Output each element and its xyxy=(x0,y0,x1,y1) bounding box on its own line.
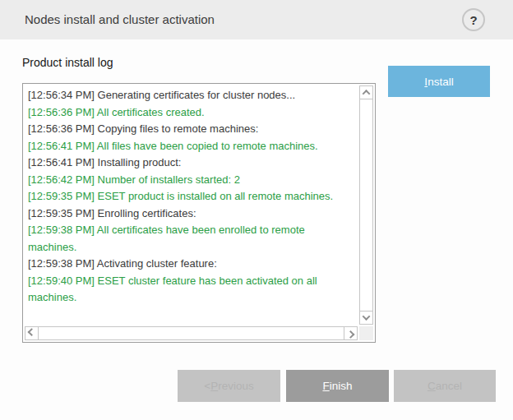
page-title: Nodes install and cluster activation xyxy=(25,0,215,39)
horizontal-scrollbar[interactable] xyxy=(25,326,358,340)
log-entry: [12:56:34 PM] Generating certificates fo… xyxy=(28,87,356,104)
scroll-down-button[interactable] xyxy=(359,311,373,325)
finish-button[interactable]: Finish xyxy=(286,370,389,402)
scroll-up-button[interactable] xyxy=(359,85,373,99)
log-entry: [12:59:35 PM] ESET product is installed … xyxy=(28,188,356,205)
wizard-dialog: Nodes install and cluster activation ? P… xyxy=(0,0,513,420)
log-entry: [12:56:41 PM] All files have been copied… xyxy=(28,138,356,155)
chevron-down-icon xyxy=(363,312,371,321)
log-entry: [12:59:38 PM] All certificates have been… xyxy=(28,222,356,256)
scrollbar-corner xyxy=(359,326,373,340)
install-button[interactable]: Install xyxy=(388,66,490,97)
previous-button[interactable]: < Previous xyxy=(178,370,280,402)
log-entry: [12:56:42 PM] Number of installers start… xyxy=(28,172,356,189)
scroll-right-button[interactable] xyxy=(344,326,358,340)
vertical-scrollbar[interactable] xyxy=(359,85,373,325)
help-button[interactable]: ? xyxy=(462,8,485,31)
horizontal-scroll-thumb[interactable] xyxy=(38,326,344,340)
log-entry: [12:56:36 PM] All certificates created. xyxy=(28,104,356,122)
install-log-content: [12:56:34 PM] Generating certificates fo… xyxy=(23,84,358,325)
cancel-button[interactable]: Cancel xyxy=(394,370,496,402)
install-log-label: Product install log xyxy=(22,56,113,69)
log-entry: [12:59:40 PM] ESET cluster feature has b… xyxy=(28,273,356,307)
log-entry: [12:59:35 PM] Enrolling certificates: xyxy=(28,205,356,223)
chevron-up-icon xyxy=(363,90,371,98)
question-mark-icon: ? xyxy=(469,13,477,27)
log-entry: [12:56:36 PM] Copying files to remote ma… xyxy=(28,121,356,138)
scroll-left-button[interactable] xyxy=(25,326,39,340)
dialog-header: Nodes install and cluster activation ? xyxy=(0,0,513,39)
log-entry: [12:59:38 PM] Activating cluster feature… xyxy=(28,256,356,273)
install-log-box[interactable]: [12:56:34 PM] Generating certificates fo… xyxy=(22,83,376,343)
chevron-right-icon xyxy=(347,330,355,339)
log-entry: [12:56:41 PM] Installing product: xyxy=(28,155,356,172)
chevron-left-icon xyxy=(28,328,36,336)
vertical-scroll-thumb[interactable] xyxy=(359,99,373,312)
